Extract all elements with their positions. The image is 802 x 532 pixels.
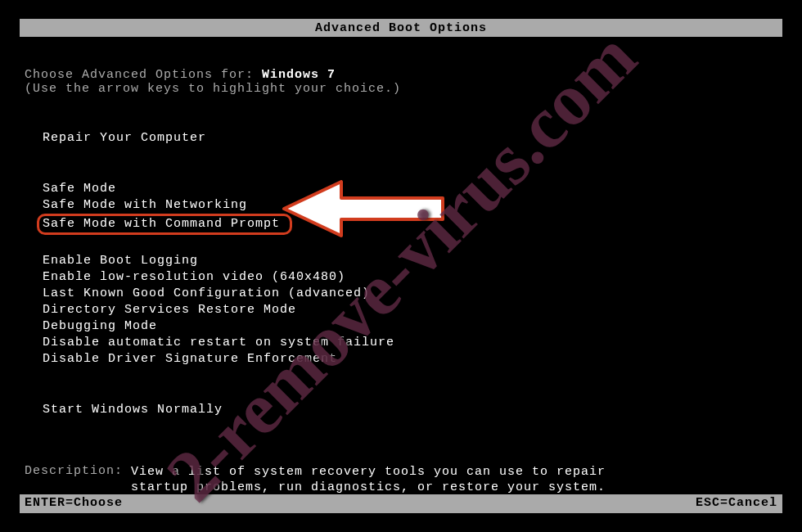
intro-line: Choose Advanced Options for: Windows 7	[25, 68, 777, 82]
title-bar: Advanced Boot Options	[20, 20, 782, 37]
menu-item-safe-mode-networking[interactable]: Safe Mode with Networking	[43, 197, 247, 214]
menu-item-start-normally[interactable]: Start Windows Normally	[43, 402, 223, 418]
menu-group-normal: Start Windows Normally	[25, 402, 777, 418]
os-name: Windows 7	[262, 68, 336, 82]
menu-item-last-known-good[interactable]: Last Known Good Configuration (advanced)	[43, 286, 370, 302]
menu-item-safe-mode-command-prompt[interactable]: Safe Mode with Command Prompt	[37, 214, 292, 235]
description-line-1: View a list of system recovery tools you…	[131, 464, 606, 480]
description-line-2: startup problems, run diagnostics, or re…	[131, 480, 606, 495]
menu-item-safe-mode[interactable]: Safe Mode	[43, 181, 116, 197]
footer-esc: ESC=Cancel	[696, 494, 777, 512]
menu-item-low-res-video[interactable]: Enable low-resolution video (640x480)	[43, 269, 345, 286]
menu-item-repair-your-computer[interactable]: Repair Your Computer	[43, 130, 206, 147]
callout-arrow-icon	[277, 180, 449, 237]
content-area: Choose Advanced Options for: Windows 7 (…	[20, 68, 782, 495]
boot-options-window: Advanced Boot Options Choose Advanced Op…	[20, 19, 782, 513]
menu-item-enable-boot-logging[interactable]: Enable Boot Logging	[43, 253, 198, 269]
menu-item-directory-services-restore[interactable]: Directory Services Restore Mode	[43, 302, 296, 318]
footer-bar: ENTER=Choose ESC=Cancel	[20, 494, 782, 512]
menu-item-debugging-mode[interactable]: Debugging Mode	[43, 318, 157, 335]
window-title: Advanced Boot Options	[315, 21, 487, 35]
menu-item-disable-auto-restart[interactable]: Disable automatic restart on system fail…	[43, 335, 394, 351]
menu-group-advanced: Enable Boot Logging Enable low-resolutio…	[25, 253, 777, 367]
hint-line: (Use the arrow keys to highlight your ch…	[25, 82, 777, 96]
menu-group-repair: Repair Your Computer	[25, 130, 777, 147]
description-text: View a list of system recovery tools you…	[131, 464, 606, 495]
description-label: Description:	[25, 464, 131, 495]
intro-prefix: Choose Advanced Options for:	[25, 68, 262, 82]
footer-enter: ENTER=Choose	[25, 494, 123, 512]
svg-marker-0	[284, 182, 443, 236]
description-block: Description: View a list of system recov…	[25, 464, 777, 495]
menu-item-disable-driver-sig[interactable]: Disable Driver Signature Enforcement	[43, 351, 337, 367]
